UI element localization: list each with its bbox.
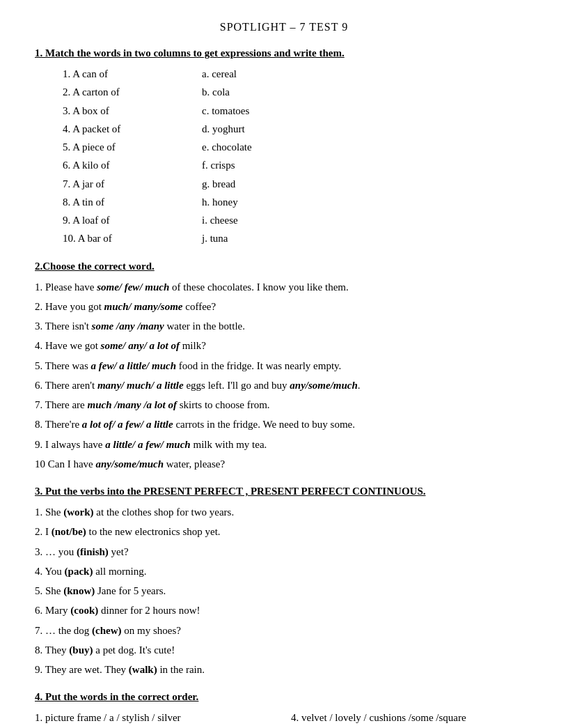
list-item: 4. You (pack) all morning. [35,562,533,580]
section-4: 4. Put the words in the correct order. 1… [35,691,533,728]
item-pre-text: I always have [45,439,105,450]
item-number: 7. [35,625,45,636]
item-post-text: on my shoes? [122,625,181,636]
match-left-item: 2. A carton of [63,83,202,101]
item-pre-text: Have we got [45,340,101,351]
section-1-heading: 1. Match the words in two columns to get… [35,47,533,59]
item-post-text: Jane for 5 years. [95,585,166,596]
item-pre-text: There aren't [45,380,97,391]
item-bold-italic: some/ few/ much [97,281,169,293]
item-pre-text: … the dog [45,625,92,636]
match-right-item: h. honey [202,193,341,211]
item-post-text: dinner for 2 hours now! [98,605,200,616]
item-number: 1. [35,506,45,518]
match-right-col: a. cerealb. colac. tomatoesd. yoghurte. … [202,65,341,248]
list-item: 2. I (not/be) to the new electronics sho… [35,522,533,541]
list-item: 5. There was a few/ a little/ much food … [35,357,533,375]
section-3-heading: 3. Put the verbs into the PRESENT PERFEC… [35,486,533,497]
item-number: 9. [35,664,45,675]
item-pre-text: There isn't [45,320,92,332]
match-left-item: 4. A packet of [63,120,202,138]
item-number: 2. [35,526,45,537]
item-number: 3. [35,546,45,557]
item-bold-italic-2: any/some/much [290,380,358,391]
section-3: 3. Put the verbs into the PRESENT PERFEC… [35,486,533,679]
list-item: 9. They are wet. They (walk) in the rain… [35,660,533,679]
item-pre-text: She [45,585,63,596]
item-pre-text: Have you got [45,301,104,312]
item-number: 10 [35,458,48,470]
item-number: 6. [35,380,45,391]
item-post-text: a pet dog. It's cute! [93,644,175,656]
section-4-heading: 4. Put the words in the correct order. [35,691,533,703]
list-item: 3. There isn't some /any /many water in … [35,317,533,335]
item-bold: (finish) [77,546,109,557]
section-2-list: 1. Please have some/ few/ much of these … [35,278,533,474]
item-bold-italic: a lot of/ a few/ a little [82,419,173,430]
item-pre-text: Mary [45,605,70,616]
list-item: 7. … the dog (chew) on my shoes? [35,621,533,640]
section-2-heading: 2.Choose the correct word. [35,261,533,272]
item-number: 4. [35,340,45,351]
item-pre-text: Can I have [48,458,96,470]
item-post-text: in the rain. [157,664,205,675]
match-left-item: 7. A jar of [63,175,202,193]
list-item: 3. … you (finish) yet? [35,543,533,561]
item-bold-italic: many/ much/ a little [97,380,184,391]
item-bold: (cook) [70,605,98,616]
item-bold: (walk) [129,664,157,675]
item-post-text: yet? [109,546,129,557]
item-post-text: milk with my tea. [191,439,267,450]
item-bold-italic: a little/ a few/ much [105,439,191,450]
list-item: 9. I always have a little/ a few/ much m… [35,435,533,454]
match-left-item: 10. A bar of [63,229,202,247]
match-left-item: 8. A tin of [63,193,202,211]
section-4-right-item: 4. velvet / lovely / cushions /some /squ… [291,708,533,727]
page-title: SPOTLIGHT – 7 TEST 9 [35,21,533,33]
item-post-text: milk? [180,340,206,351]
item-pre-text: I [45,526,52,537]
item-post-text: skirts to choose from. [177,399,270,410]
item-bold-italic: some /any /many [92,320,164,332]
item-bold: (know) [63,585,95,596]
item-bold: (not/be) [52,526,86,537]
section-2: 2.Choose the correct word. 1. Please hav… [35,261,533,474]
item-post-text: of these chocolates. I know you like the… [169,281,348,293]
match-right-item: d. yoghurt [202,120,341,138]
item-bold: (work) [63,506,93,518]
item-number: 1. [35,281,45,293]
item-pre-text: There are [45,399,88,410]
list-item: 10 Can I have any/some/much water, pleas… [35,455,533,473]
item-bold-italic: much/ many/some [104,301,183,312]
item-pre-text: They [45,644,70,656]
list-item: 8. They (buy) a pet dog. It's cute! [35,641,533,659]
section-4-left: 1. picture frame / a / stylish / silver2… [35,708,277,728]
item-number: 9. [35,439,45,450]
item-post-text: at the clothes shop for two years. [94,506,235,518]
item-number: 8. [35,419,45,430]
item-pre-text: Please have [45,281,97,293]
list-item: 1. Please have some/ few/ much of these … [35,278,533,296]
match-left-item: 9. A loaf of [63,211,202,229]
list-item: 7. There are much /many /a lot of skirts… [35,396,533,414]
item-pre-text: She [45,506,63,518]
section-4-left-item: 1. picture frame / a / stylish / silver [35,708,277,727]
item-post-text: eggs left. I'll go and buy [184,380,290,391]
match-left-item: 5. A piece of [63,138,202,156]
list-item: 6. There aren't many/ much/ a little egg… [35,376,533,394]
match-left-col: 1. A can of2. A carton of3. A box of4. A… [63,65,202,248]
item-post-text: water, please? [164,458,225,470]
item-post-text: food in the fridge. It was nearly empty. [176,360,341,371]
item-number: 8. [35,644,45,656]
item-pre-text: There was [45,360,91,371]
item-post-text: coffee? [183,301,216,312]
item-bold: (chew) [92,625,121,636]
item-pre-text: They are wet. They [45,664,129,675]
match-right-item: b. cola [202,83,341,101]
item-bold-italic: some/ any/ a lot of [101,340,180,351]
item-pre-text: There're [45,419,82,430]
item-post-text: water in the bottle. [164,320,245,332]
section-3-list: 1. She (work) at the clothes shop for tw… [35,503,533,679]
item-number: 2. [35,301,45,312]
list-item: 8. There're a lot of/ a few/ a little ca… [35,415,533,433]
